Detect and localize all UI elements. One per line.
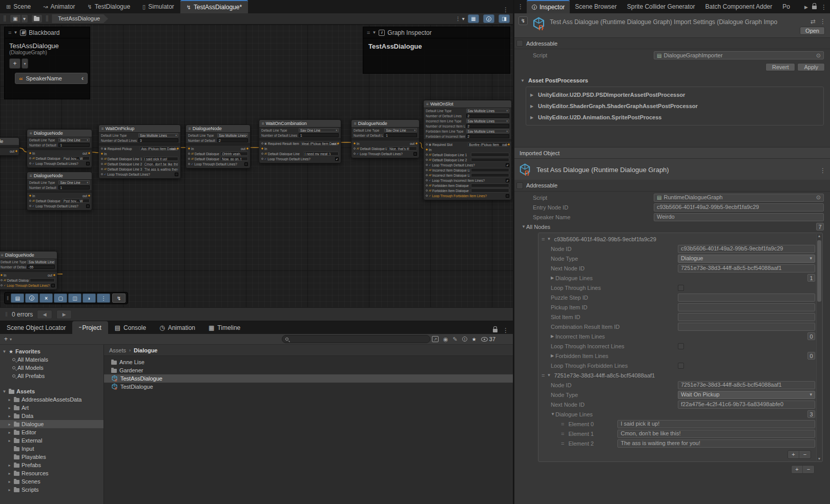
data-port[interactable]	[29, 205, 31, 207]
foldout-arrow-icon[interactable]: ▸	[7, 438, 12, 443]
editor-window-tab[interactable]: Animator	[37, 0, 81, 13]
node-collapse-icon[interactable]: ≡	[426, 102, 429, 107]
dock-tab[interactable]: Console	[108, 321, 153, 334]
open-asset-button[interactable]: Open	[800, 27, 825, 35]
dock-tab[interactable]: Project	[72, 321, 108, 334]
element-text-field[interactable]: The ass is waiting there for you!	[617, 439, 815, 448]
graph-node[interactable]: ≡ StartNode ▾ out Af	[0, 137, 19, 156]
node-enum-dropdown[interactable]: Say One Line▾	[299, 128, 339, 132]
data-port[interactable]	[188, 153, 190, 155]
data-port[interactable]	[29, 157, 31, 159]
drag-handle-icon[interactable]: =	[561, 431, 564, 437]
node-text-input[interactable]: Nice, that's it!	[388, 146, 417, 151]
graph-inspector-panel[interactable]: = ▼ i Graph Inspector TestAssDialogue	[363, 27, 510, 74]
graph-inspector-header[interactable]: = ▼ i Graph Inspector	[363, 27, 510, 38]
node-number-input[interactable]: 3	[138, 138, 178, 142]
foldout-arrow-icon[interactable]: ▼	[2, 349, 7, 354]
dock-tab[interactable]: Animation	[153, 321, 202, 334]
data-port[interactable]	[101, 148, 103, 150]
graph-breadcrumb[interactable]: TestAssDialogue	[52, 14, 108, 23]
enum-dropdown[interactable]: Dialogue	[678, 255, 815, 263]
lines-foldout[interactable]: ▼ ▶ Forbidden Item Lines 0	[538, 351, 815, 361]
panel-menu-icon[interactable]: ⋮	[503, 327, 509, 334]
editor-window-tab[interactable]: Simulator	[136, 0, 180, 13]
node-enum-dropdown[interactable]: Say Multiple Lines▾	[466, 129, 509, 133]
editor-window-tab[interactable]: TestDialogue	[81, 0, 137, 13]
node-checkbox[interactable]: ✓	[506, 163, 509, 167]
graph-node[interactable]: ≡ WaitOnSlot Default Line Type Say Multi…	[423, 100, 512, 200]
data-port[interactable]	[261, 153, 263, 155]
tree-folder-item[interactable]: ▸ Dialogue	[0, 420, 103, 428]
graph-tool-toggle-button[interactable]	[11, 293, 24, 303]
node-text-input[interactable]	[471, 158, 509, 162]
tree-assets-root[interactable]: ▼ Assets	[0, 387, 103, 395]
data-port[interactable]	[261, 158, 263, 160]
previous-error-button[interactable]: ◀	[37, 310, 52, 319]
drag-handle-icon[interactable]: =	[542, 236, 544, 242]
property-checkbox[interactable]	[678, 343, 684, 349]
debug-lightning-button[interactable]	[518, 16, 528, 25]
node-enum-dropdown[interactable]: Say One Line▾	[384, 128, 417, 132]
node-title-bar[interactable]: ≡ DialogueNode	[351, 120, 419, 128]
dock-tab[interactable]: Timeline	[202, 321, 247, 334]
node-title-bar[interactable]: ≡ WaitOnPickup	[99, 125, 180, 133]
node-number-input[interactable]: 2	[217, 138, 248, 142]
graph-panel-toggle-button[interactable]	[468, 14, 479, 23]
node-enum-dropdown[interactable]: Say Multiple Lines▾	[217, 133, 248, 137]
array-size[interactable]: 0	[807, 332, 815, 340]
node-number-input[interactable]: 2	[466, 124, 509, 128]
input-port[interactable]	[1, 274, 3, 276]
node-entry-header[interactable]: = ▼ c93b5606-401f-49a2-99b5-9ecbf1fa9c29	[538, 234, 815, 244]
drag-handle-icon[interactable]: ‖	[5, 311, 8, 318]
foldout-arrow-icon[interactable]: ▼	[2, 389, 7, 394]
node-text-input[interactable]: Ohhhh yeah,	[220, 152, 248, 156]
show-in-project-button[interactable]	[31, 14, 43, 23]
node-checkbox[interactable]: ✓	[51, 284, 55, 287]
data-port[interactable]	[354, 153, 356, 155]
tree-favorite-item[interactable]: All Prefabs	[0, 372, 103, 380]
object-picker-icon[interactable]: ⊙	[816, 52, 821, 59]
node-enum-dropdown[interactable]: Say Multiple Lines▾	[27, 260, 55, 264]
postprocessor-item[interactable]: ▶ UnityEditor.U2D.Animation.SpritePostPr…	[526, 112, 823, 123]
remove-element-button[interactable]: −	[799, 451, 811, 458]
text-field[interactable]	[678, 293, 815, 302]
data-port[interactable]	[188, 158, 190, 160]
open-search-in-panel-icon[interactable]: ↗	[432, 336, 439, 342]
lines-foldout[interactable]: ▼ ▶ Incorrect Item Lines 0	[538, 331, 815, 341]
drag-handle-icon[interactable]: =	[367, 30, 369, 36]
output-port[interactable]	[246, 148, 248, 150]
data-port[interactable]	[1, 279, 3, 281]
data-port[interactable]	[426, 164, 428, 166]
node-title-bar[interactable]: ≡ StartNode	[0, 138, 19, 145]
next-error-button[interactable]: ▶	[56, 310, 72, 319]
tree-folder-item[interactable]: ▸ Scripts	[0, 486, 103, 494]
node-text-input[interactable]	[471, 153, 509, 157]
addressable-checkbox[interactable]	[516, 40, 523, 47]
blackboard-property-speakername[interactable]: “ SpeakerName ‹	[15, 73, 88, 84]
array-size[interactable]: 0	[807, 352, 815, 360]
file-row[interactable]: {} Gardener	[104, 366, 513, 374]
node-checkbox[interactable]: ✓	[413, 152, 417, 156]
text-field[interactable]: 7251e73e-38d3-44ff-a8c5-bcf54088aaf1	[678, 264, 815, 272]
node-collapse-icon[interactable]: ≡	[1, 253, 4, 258]
file-row[interactable]: {} TestAssDialogue	[104, 374, 513, 383]
node-text-input[interactable]	[471, 188, 509, 193]
dock-tab[interactable]: Scene Object Locator	[0, 321, 72, 334]
property-checkbox[interactable]	[678, 363, 684, 369]
script-object-field[interactable]: ▤RuntimeDialogueGraph⊙	[654, 194, 824, 202]
graph-node[interactable]: ≡ DialogueNode Default Line Type Say One…	[27, 172, 92, 211]
all-nodes-foldout[interactable]: ▼ All Nodes 7	[514, 222, 830, 232]
node-text-input[interactable]	[471, 183, 509, 187]
node-number-input[interactable]: 2	[466, 134, 509, 138]
postprocessor-item[interactable]: ▶ UnityEditor.ShaderGraph.ShaderGraphAss…	[526, 100, 823, 112]
inspector-dock-tab[interactable]: i Inspector	[527, 0, 570, 13]
data-port[interactable]	[426, 179, 428, 181]
data-port[interactable]	[101, 173, 103, 175]
remove-node-button[interactable]: −	[803, 466, 814, 473]
hidden-count[interactable]: 37	[481, 336, 495, 342]
lines-foldout[interactable]: ▼ ▶ Dialogue Lines 1	[538, 273, 815, 283]
create-asset-button[interactable]: +	[4, 335, 8, 343]
foldout-arrow-icon[interactable]: ▸	[7, 471, 12, 476]
more-tabs-arrow-icon[interactable]: ▶	[804, 5, 808, 10]
node-title-bar[interactable]: ≡ DialogueNode	[27, 130, 92, 137]
